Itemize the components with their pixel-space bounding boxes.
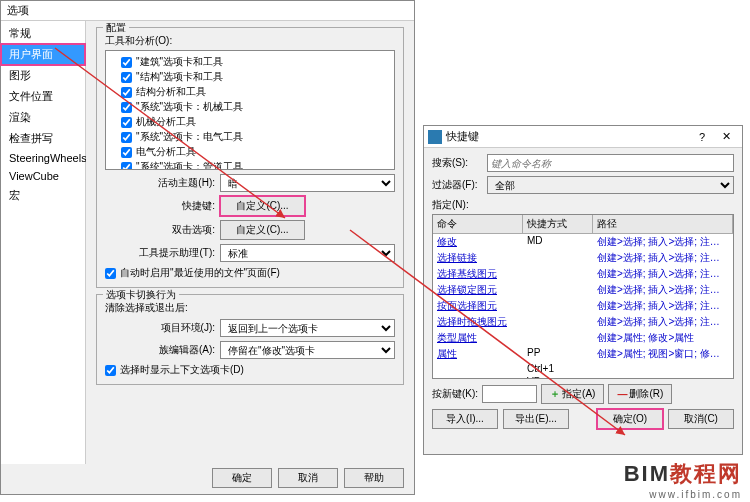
close-icon[interactable]: ✕ (714, 130, 738, 143)
sidebar-item-7[interactable]: ViewCube (1, 167, 85, 185)
grid-header: 命令 快捷方式 路径 (433, 215, 733, 234)
cell-key (523, 282, 593, 298)
table-row[interactable]: Ctrl+1 (433, 362, 733, 375)
hotkeys-grid[interactable]: 命令 快捷方式 路径 修改MD创建>选择; 插入>选择; 注释>选...选择链接… (432, 214, 734, 379)
table-row[interactable]: 选择时拖拽图元创建>选择; 插入>选择; 注释>选... (433, 314, 733, 330)
options-window: 选项 常规用户界面图形文件位置渲染检查拼写SteeringWheelsViewC… (0, 0, 415, 495)
cell-cmd (433, 375, 523, 379)
minus-icon: — (617, 389, 627, 400)
table-row[interactable]: 选择锁定图元创建>选择; 插入>选择; 注释>选... (433, 282, 733, 298)
tool-checkbox[interactable] (121, 102, 132, 113)
tool-item[interactable]: "结构"选项卡和工具 (109, 70, 391, 84)
options-help-button[interactable]: 帮助 (344, 468, 404, 488)
newkey-input[interactable] (482, 385, 537, 403)
cell-cmd: 选择链接 (433, 250, 523, 266)
tool-item[interactable]: 电气分析工具 (109, 145, 391, 159)
tool-item[interactable]: "系统"选项卡：机械工具 (109, 100, 391, 114)
tool-label: 电气分析工具 (136, 145, 196, 159)
options-sidebar: 常规用户界面图形文件位置渲染检查拼写SteeringWheelsViewCube… (1, 21, 86, 464)
options-cancel-button[interactable]: 取消 (278, 468, 338, 488)
cell-key: PP (523, 346, 593, 362)
export-button[interactable]: 导出(E)... (503, 409, 569, 429)
tool-checkbox[interactable] (121, 57, 132, 68)
options-ok-button[interactable]: 确定 (212, 468, 272, 488)
table-row[interactable]: 选择链接创建>选择; 插入>选择; 注释>选... (433, 250, 733, 266)
hotkeys-title: 快捷键 (446, 129, 690, 144)
search-input[interactable] (487, 154, 734, 172)
hotkeys-window: 快捷键 ? ✕ 搜索(S): 过滤器(F): 全部 指定(N): 命令 快捷方式… (423, 125, 743, 455)
tabswitch-group-label: 选项卡切换行为 (103, 288, 179, 302)
tool-label: 机械分析工具 (136, 115, 196, 129)
tool-item[interactable]: "建筑"选项卡和工具 (109, 55, 391, 69)
cell-key: MD (523, 234, 593, 250)
tool-item[interactable]: "系统"选项卡：电气工具 (109, 130, 391, 144)
active-theme-label: 活动主题(H): (105, 176, 220, 190)
col-path[interactable]: 路径 (593, 215, 733, 233)
sidebar-item-3[interactable]: 文件位置 (1, 86, 85, 107)
family-editor-select[interactable]: 停留在"修改"选项卡 (220, 341, 395, 359)
table-row[interactable]: VP (433, 375, 733, 379)
tool-checkbox[interactable] (121, 87, 132, 98)
dblclick-customize-button[interactable]: 自定义(C)... (220, 220, 305, 240)
sidebar-item-6[interactable]: SteeringWheels (1, 149, 85, 167)
table-row[interactable]: 选择基线图元创建>选择; 插入>选择; 注释>选... (433, 266, 733, 282)
tool-item[interactable]: 机械分析工具 (109, 115, 391, 129)
clearsel-label: 清除选择或退出后: (105, 301, 395, 315)
cell-key: VP (523, 375, 593, 379)
tool-item[interactable]: "系统"选项卡：管道工具 (109, 160, 391, 170)
auto-recent-checkbox[interactable] (105, 268, 116, 279)
tool-checkbox[interactable] (121, 72, 132, 83)
config-group: 配置 工具和分析(O): "建筑"选项卡和工具"结构"选项卡和工具结构分析和工具… (96, 27, 404, 288)
col-command[interactable]: 命令 (433, 215, 523, 233)
table-row[interactable]: 修改MD创建>选择; 插入>选择; 注释>选... (433, 234, 733, 250)
import-button[interactable]: 导入(I)... (432, 409, 498, 429)
customize-hotkeys-button[interactable]: 自定义(C)... (220, 196, 305, 216)
tools-tree[interactable]: "建筑"选项卡和工具"结构"选项卡和工具结构分析和工具"系统"选项卡：机械工具机… (105, 50, 395, 170)
help-icon[interactable]: ? (690, 131, 714, 143)
cell-cmd: 选择锁定图元 (433, 282, 523, 298)
remove-key-button[interactable]: —删除(R) (608, 384, 672, 404)
hotkeys-cancel-button[interactable]: 取消(C) (668, 409, 734, 429)
table-row[interactable]: 按面选择图元创建>选择; 插入>选择; 注释>选... (433, 298, 733, 314)
cell-cmd: 选择时拖拽图元 (433, 314, 523, 330)
hotkey-label: 快捷键: (105, 199, 220, 213)
tabswitch-group: 选项卡切换行为 清除选择或退出后: 项目环境(J): 返回到上一个选项卡 族编辑… (96, 294, 404, 385)
assign-key-button[interactable]: ＋指定(A) (541, 384, 604, 404)
tool-label: "系统"选项卡：机械工具 (136, 100, 243, 114)
cell-path (593, 362, 733, 375)
tool-item[interactable]: 结构分析和工具 (109, 85, 391, 99)
projenv-select[interactable]: 返回到上一个选项卡 (220, 319, 395, 337)
sidebar-item-5[interactable]: 检查拼写 (1, 128, 85, 149)
show-context-tab-checkbox[interactable] (105, 365, 116, 376)
table-row[interactable]: 类型属性创建>属性; 修改>属性 (433, 330, 733, 346)
sidebar-item-0[interactable]: 常规 (1, 23, 85, 44)
config-group-label: 配置 (103, 21, 129, 35)
cell-path: 创建>选择; 插入>选择; 注释>选... (593, 314, 733, 330)
hotkeys-ok-button[interactable]: 确定(O) (597, 409, 663, 429)
sidebar-item-1[interactable]: 用户界面 (1, 44, 85, 65)
sidebar-item-8[interactable]: 宏 (1, 185, 85, 206)
tool-checkbox[interactable] (121, 132, 132, 143)
sidebar-item-4[interactable]: 渲染 (1, 107, 85, 128)
cell-path: 创建>选择; 插入>选择; 注释>选... (593, 266, 733, 282)
search-label: 搜索(S): (432, 156, 487, 170)
plus-icon: ＋ (550, 387, 560, 401)
options-window-title: 选项 (1, 1, 414, 21)
sidebar-item-2[interactable]: 图形 (1, 65, 85, 86)
tool-label: 结构分析和工具 (136, 85, 206, 99)
tooltip-assist-select[interactable]: 标准 (220, 244, 395, 262)
hotkeys-titlebar: 快捷键 ? ✕ (424, 126, 742, 148)
cell-key: Ctrl+1 (523, 362, 593, 375)
filter-label: 过滤器(F): (432, 178, 487, 192)
tool-checkbox[interactable] (121, 162, 132, 171)
col-shortcut[interactable]: 快捷方式 (523, 215, 593, 233)
tool-checkbox[interactable] (121, 117, 132, 128)
cell-path: 创建>属性; 修改>属性 (593, 330, 733, 346)
filter-select[interactable]: 全部 (487, 176, 734, 194)
table-row[interactable]: 属性PP创建>属性; 视图>窗口; 修改>属... (433, 346, 733, 362)
active-theme-select[interactable]: 暗 (220, 174, 395, 192)
watermark-logo: BIM教程网 www.ifbim.com (624, 459, 742, 500)
options-dialog-buttons: 确定 取消 帮助 (212, 468, 404, 488)
tool-label: "系统"选项卡：电气工具 (136, 130, 243, 144)
tool-checkbox[interactable] (121, 147, 132, 158)
